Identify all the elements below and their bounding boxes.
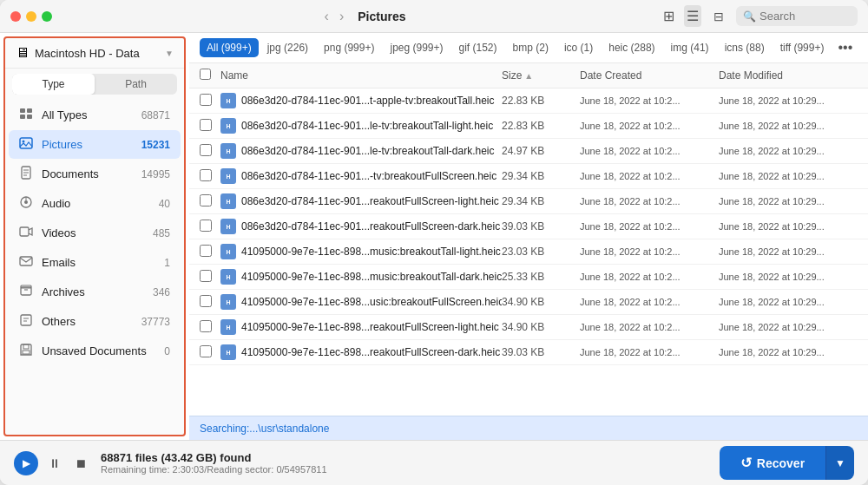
maximize-button[interactable] <box>42 11 52 22</box>
files-found-text: 68871 files (43.42 GB) found <box>101 451 709 464</box>
row-checkbox-8[interactable] <box>200 295 212 307</box>
filter-tab-tiff[interactable]: tiff (999+) <box>773 38 832 57</box>
file-type-icon: H <box>220 168 236 184</box>
select-all-checkbox[interactable] <box>200 69 211 80</box>
sidebar-item-emails[interactable]: Emails 1 <box>9 248 181 277</box>
tab-type[interactable]: Type <box>12 74 95 95</box>
file-date-modified: June 18, 2022 at 10:29... <box>719 146 858 156</box>
videos-count: 485 <box>153 227 170 239</box>
file-name: 086e3d20-d784-11ec-901...t-apple-tv:brea… <box>241 95 502 107</box>
close-button[interactable] <box>10 11 21 22</box>
filter-tab-heic[interactable]: heic (288) <box>602 38 661 57</box>
sidebar-item-all-types[interactable]: All Types 68871 <box>9 101 181 129</box>
row-checkbox-7[interactable] <box>200 270 212 282</box>
recover-button[interactable]: ↺ Recover <box>720 446 825 480</box>
title-bar-right: ⊞ ☰ ⊟ 🔍 <box>661 5 858 27</box>
filter-tab-png[interactable]: png (999+) <box>317 38 381 57</box>
file-size: 22.83 KB <box>502 120 580 132</box>
file-browser: All (999+) jpg (226) png (999+) jpeg (99… <box>189 33 868 440</box>
main-content: 🖥 Macintosh HD - Data ▼ Type Path All Ty… <box>0 33 868 440</box>
row-checkbox-5[interactable] <box>200 220 212 232</box>
col-header-size[interactable]: Size ▲ <box>502 69 580 82</box>
row-checkbox-3[interactable] <box>200 169 212 181</box>
all-types-icon <box>19 107 36 123</box>
file-date-modified: June 18, 2022 at 10:29... <box>719 297 858 307</box>
row-checkbox-6[interactable] <box>200 245 212 257</box>
nav-arrows: ‹ › <box>321 7 348 26</box>
row-check <box>200 194 220 209</box>
bottom-bar: ▶ ⏸ ⏹ 68871 files (43.42 GB) found Remai… <box>0 440 868 485</box>
list-view-button[interactable]: ☰ <box>684 5 701 27</box>
file-date-modified: June 18, 2022 at 10:29... <box>719 221 858 232</box>
file-date-created: June 18, 2022 at 10:2... <box>580 146 719 156</box>
minimize-button[interactable] <box>26 11 36 22</box>
pause-button[interactable]: ⏸ <box>45 453 64 474</box>
sidebar-item-pictures[interactable]: Pictures 15231 <box>9 130 181 159</box>
search-input[interactable] <box>760 10 851 23</box>
row-checkbox-1[interactable] <box>200 119 212 131</box>
sidebar-item-documents[interactable]: Documents 14995 <box>9 160 181 188</box>
sidebar-item-others[interactable]: Others 37773 <box>9 307 181 336</box>
stop-button[interactable]: ⏹ <box>71 453 90 474</box>
row-checkbox-0[interactable] <box>200 94 212 106</box>
col-header-date-modified[interactable]: Date Modified <box>719 69 858 82</box>
table-row: H 086e3d20-d784-11ec-901...reakoutFullSc… <box>189 189 868 214</box>
filter-tab-all[interactable]: All (999+) <box>200 38 259 57</box>
sidebar-item-unsaved[interactable]: Unsaved Documents 0 <box>9 337 181 365</box>
row-check <box>200 144 220 159</box>
filter-tab-jpeg[interactable]: jpeg (999+) <box>383 38 450 57</box>
play-button[interactable]: ▶ <box>14 451 38 475</box>
file-name: 41095000-9e7e-11ec-898...reakoutFullScre… <box>241 321 502 333</box>
row-checkbox-9[interactable] <box>200 320 212 332</box>
file-name: 086e3d20-d784-11ec-901...le-tv:breakoutT… <box>241 145 502 157</box>
tab-path[interactable]: Path <box>95 74 177 95</box>
recover-dropdown-button[interactable]: ▼ <box>825 446 854 480</box>
svg-rect-18 <box>21 315 31 325</box>
svg-point-11 <box>24 200 28 204</box>
sidebar-item-audio[interactable]: Audio 40 <box>9 189 181 218</box>
forward-button[interactable]: › <box>336 7 347 26</box>
svg-rect-4 <box>20 138 32 148</box>
sidebar-item-archives[interactable]: Archives 346 <box>9 278 181 306</box>
row-checkbox-10[interactable] <box>200 345 212 357</box>
filter-button[interactable]: ⊟ <box>708 7 729 26</box>
file-type-icon: H <box>220 118 236 134</box>
file-type-icon: H <box>220 319 236 335</box>
row-check <box>200 94 220 108</box>
sidebar-drive[interactable]: 🖥 Macintosh HD - Data ▼ <box>5 38 184 69</box>
filter-tab-jpg[interactable]: jpg (226) <box>260 38 315 57</box>
status-bar: Searching:...\usr\standalone <box>189 416 868 440</box>
file-date-modified: June 18, 2022 at 10:29... <box>719 196 858 206</box>
videos-label: Videos <box>42 226 153 239</box>
traffic-lights <box>10 11 52 22</box>
filter-tab-ico[interactable]: ico (1) <box>557 38 600 57</box>
grid-view-button[interactable]: ⊞ <box>661 5 677 27</box>
col-header-date-created[interactable]: Date Created <box>580 69 719 82</box>
sidebar-item-videos[interactable]: Videos 485 <box>9 219 181 247</box>
col-header-name[interactable]: Name <box>220 69 502 82</box>
playback-controls: ▶ ⏸ ⏹ <box>14 451 90 475</box>
file-size: 29.34 KB <box>502 170 580 182</box>
table-row: H 41095000-9e7e-11ec-898...usic:breakout… <box>189 290 868 315</box>
file-type-icon: H <box>220 93 236 108</box>
filter-tab-gif[interactable]: gif (152) <box>452 38 504 57</box>
row-checkbox-4[interactable] <box>200 194 212 206</box>
file-type-icon: H <box>220 219 236 234</box>
file-size: 24.97 KB <box>502 145 580 157</box>
pictures-icon <box>19 136 36 153</box>
more-tabs-button[interactable]: ••• <box>832 38 858 57</box>
file-date-created: June 18, 2022 at 10:2... <box>580 121 719 131</box>
file-name: 086e3d20-d784-11ec-901...-tv:breakoutFul… <box>241 170 502 182</box>
unsaved-icon <box>19 343 36 359</box>
file-date-modified: June 18, 2022 at 10:29... <box>719 347 858 357</box>
filter-tab-icns[interactable]: icns (88) <box>718 38 772 57</box>
title-bar: ‹ › Pictures ⊞ ☰ ⊟ 🔍 <box>0 0 868 33</box>
file-name: 086e3d20-d784-11ec-901...reakoutFullScre… <box>241 195 502 207</box>
filter-tab-img[interactable]: img (41) <box>664 38 716 57</box>
sidebar-tabs: Type Path <box>12 74 177 95</box>
svg-rect-0 <box>20 108 25 113</box>
filter-tab-bmp[interactable]: bmp (2) <box>506 38 556 57</box>
row-checkbox-2[interactable] <box>200 144 212 156</box>
drive-name: Macintosh HD - Data <box>35 47 140 60</box>
back-button[interactable]: ‹ <box>321 7 332 26</box>
